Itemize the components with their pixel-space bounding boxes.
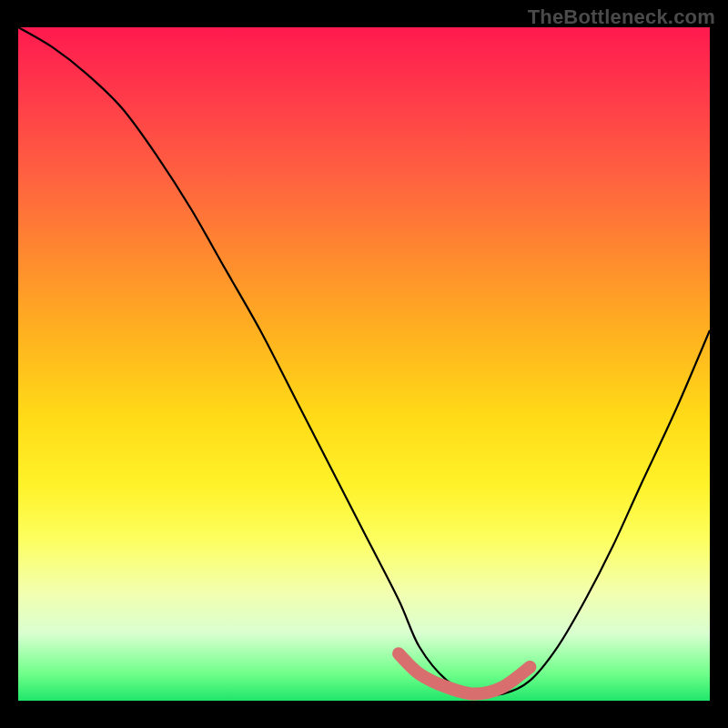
bottleneck-curve-svg xyxy=(18,27,710,701)
curve-right-branch xyxy=(475,330,710,695)
optimal-range-highlight xyxy=(399,653,530,693)
curve-left-branch xyxy=(18,27,475,694)
plot-area xyxy=(18,27,710,701)
chart-stage: TheBottleneck.com xyxy=(0,0,728,728)
watermark-text: TheBottleneck.com xyxy=(528,5,715,29)
